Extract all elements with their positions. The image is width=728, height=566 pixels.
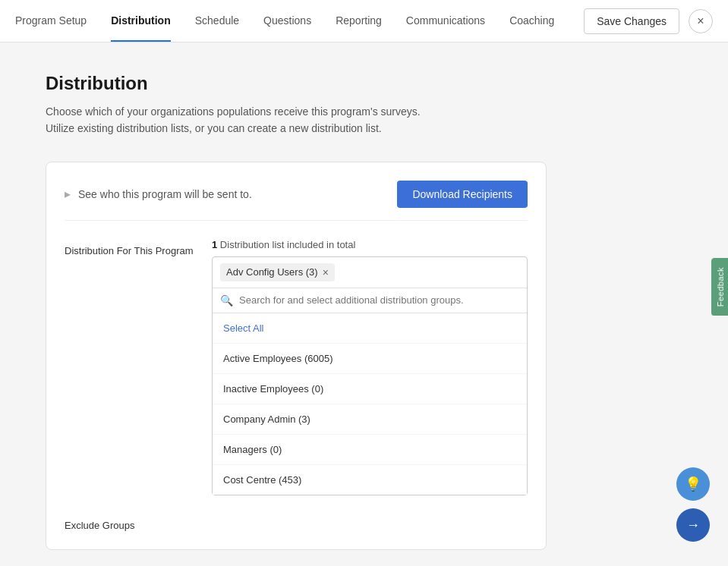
page-description: Choose which of your organizations popul…: [46, 103, 682, 137]
nav-actions: Save Changes ×: [584, 8, 713, 34]
selected-tag-adv-config: Adv Config Users (3) ×: [220, 263, 335, 281]
distribution-section-right: 1 Distribution list included in total Ad…: [212, 239, 528, 495]
nav-item-questions[interactable]: Questions: [263, 1, 311, 42]
nav-item-reporting[interactable]: Reporting: [336, 1, 382, 42]
selected-tags: Adv Config Users (3) ×: [213, 257, 527, 288]
close-button[interactable]: ×: [689, 9, 713, 33]
send-icon: ▸: [65, 187, 71, 201]
search-icon: 🔍: [220, 294, 233, 307]
distribution-section: Distribution For This Program 1 Distribu…: [65, 239, 528, 495]
download-info: ▸ See who this program will be sent to.: [65, 187, 252, 201]
dropdown-select-all[interactable]: Select All: [213, 313, 527, 344]
dropdown-item-active-employees[interactable]: Active Employees (6005): [213, 344, 527, 374]
exclude-groups-label: Exclude Groups: [65, 514, 194, 531]
dropdown-item-inactive-employees[interactable]: Inactive Employees (0): [213, 374, 527, 404]
distribution-card: ▸ See who this program will be sent to. …: [46, 162, 547, 550]
distribution-summary: 1 Distribution list included in total: [212, 239, 528, 250]
page-title: Distribution: [46, 73, 682, 94]
nav-item-program-setup[interactable]: Program Setup: [15, 1, 87, 42]
dropdown-item-company-admin[interactable]: Company Admin (3): [213, 404, 527, 435]
bottom-right-buttons: 💡 →: [676, 467, 710, 542]
distribution-dropdown[interactable]: Adv Config Users (3) × 🔍 Select All Acti…: [212, 256, 528, 495]
tag-label: Adv Config Users (3): [226, 266, 318, 278]
nav-item-schedule[interactable]: Schedule: [195, 1, 239, 42]
download-recipients-button[interactable]: Download Recipients: [397, 181, 528, 208]
next-button[interactable]: →: [676, 508, 710, 542]
lightbulb-button[interactable]: 💡: [676, 467, 710, 501]
download-info-text: See who this program will be sent to.: [78, 188, 252, 200]
nav-item-distribution[interactable]: Distribution: [111, 1, 171, 42]
dropdown-item-managers[interactable]: Managers (0): [213, 435, 527, 465]
download-row: ▸ See who this program will be sent to. …: [65, 181, 528, 221]
top-navigation: Program Setup Distribution Schedule Ques…: [0, 0, 728, 42]
nav-item-coaching[interactable]: Coaching: [509, 1, 554, 42]
nav-item-communications[interactable]: Communications: [406, 1, 485, 42]
distribution-section-label: Distribution For This Program: [65, 239, 194, 256]
nav-items: Program Setup Distribution Schedule Ques…: [15, 1, 584, 42]
distribution-search-input[interactable]: [239, 294, 519, 306]
search-row: 🔍: [213, 288, 527, 313]
dropdown-item-cost-centre[interactable]: Cost Centre (453): [213, 465, 527, 495]
feedback-tab[interactable]: Feedback: [711, 258, 728, 316]
main-content: Distribution Choose which of your organi…: [0, 42, 728, 566]
tag-remove-button[interactable]: ×: [323, 266, 329, 278]
dropdown-list: Select All Active Employees (6005) Inact…: [213, 313, 527, 495]
save-changes-button[interactable]: Save Changes: [584, 8, 679, 34]
exclude-groups-section: Exclude Groups: [65, 514, 528, 531]
